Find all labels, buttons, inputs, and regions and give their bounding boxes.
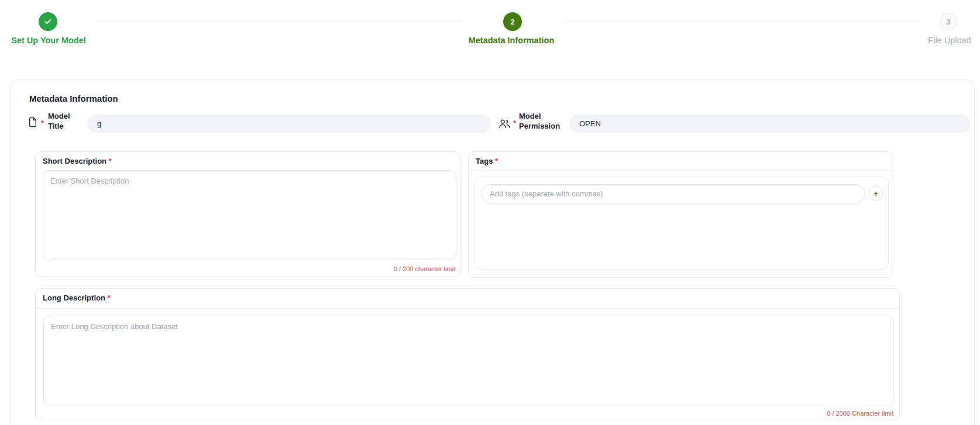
model-title-input[interactable] <box>87 115 491 133</box>
long-description-divider <box>36 308 899 309</box>
short-description-title: Short Description * <box>43 157 112 165</box>
metadata-form-card: Metadata Information * Model Title * Mod… <box>10 80 975 425</box>
document-icon <box>27 116 38 131</box>
step-2-indicator[interactable]: 2 <box>503 12 522 31</box>
check-icon <box>44 18 52 26</box>
tags-panel: Tags * + <box>468 151 893 278</box>
metadata-information-page: Set Up Your Model 2 Metadata Information… <box>0 0 980 425</box>
step-1-label: Set Up Your Model <box>9 36 88 45</box>
short-description-counter: 0 / 200 character limit <box>394 265 455 272</box>
step-1-indicator[interactable] <box>39 12 57 31</box>
tags-divider <box>469 170 893 171</box>
users-icon <box>498 119 511 131</box>
tags-required-asterisk: * <box>495 157 498 165</box>
long-description-textarea[interactable] <box>43 316 894 406</box>
model-permission-required-asterisk: * <box>513 119 516 127</box>
tags-input[interactable] <box>481 184 865 203</box>
tags-title: Tags * <box>476 157 498 165</box>
step-3-indicator[interactable]: 3 <box>940 13 957 30</box>
step-3-label: File Upload <box>926 36 974 45</box>
tags-input-area: + <box>474 177 889 269</box>
short-description-panel: Short Description * 0 / 200 character li… <box>35 151 460 277</box>
model-title-required-asterisk: * <box>41 119 44 127</box>
long-description-required-asterisk: * <box>108 293 111 302</box>
step-2-number: 2 <box>510 18 514 26</box>
tags-title-text: Tags <box>476 157 493 165</box>
short-description-required-asterisk: * <box>109 157 112 165</box>
model-permission-input[interactable] <box>569 115 971 133</box>
stepper-connector-1 <box>95 22 460 22</box>
long-description-panel: Long Description * 0 / 2000 Character li… <box>35 288 900 420</box>
short-description-textarea[interactable] <box>43 170 456 260</box>
model-title-label: Model Title <box>48 111 75 131</box>
model-permission-label: Model Permission <box>519 111 563 131</box>
step-2-label: Metadata Information <box>462 36 561 45</box>
card-title: Metadata Information <box>29 94 118 103</box>
long-description-title: Long Description * <box>43 293 111 302</box>
long-description-title-text: Long Description <box>43 293 105 302</box>
stepper-connector-2 <box>565 22 920 22</box>
plus-icon: + <box>874 189 878 198</box>
short-description-title-text: Short Description <box>43 157 106 165</box>
step-3-number: 3 <box>946 18 950 26</box>
add-tag-button[interactable]: + <box>868 186 883 201</box>
long-description-counter: 0 / 2000 Character limit <box>827 410 893 417</box>
